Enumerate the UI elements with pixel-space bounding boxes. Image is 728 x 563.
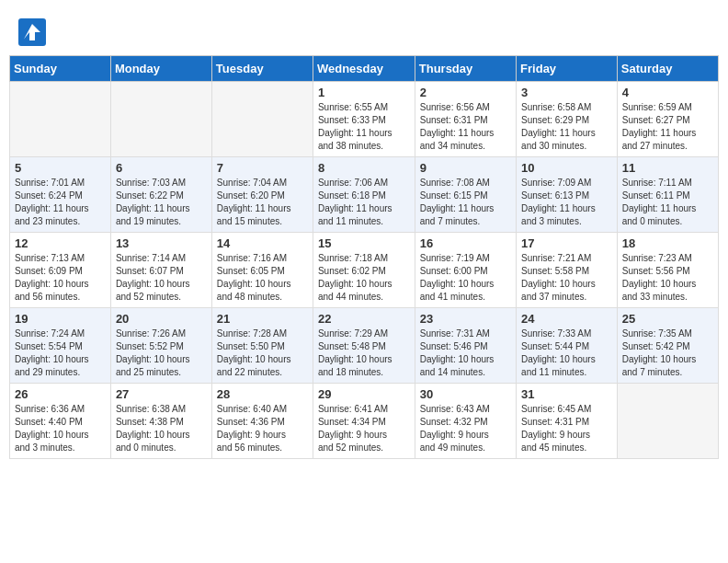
day-info: Sunrise: 6:45 AM Sunset: 4:31 PM Dayligh… [521, 403, 612, 454]
day-number: 25 [622, 312, 713, 326]
day-info: Sunrise: 7:16 AM Sunset: 6:05 PM Dayligh… [217, 252, 308, 304]
day-number: 13 [116, 236, 207, 250]
day-header: Tuesday [211, 56, 313, 82]
day-info: Sunrise: 6:58 AM Sunset: 6:29 PM Dayligh… [521, 101, 612, 153]
day-header: Saturday [617, 56, 718, 82]
week-row: 19Sunrise: 7:24 AM Sunset: 5:54 PM Dayli… [10, 308, 719, 384]
day-number: 5 [15, 161, 106, 175]
day-info: Sunrise: 7:23 AM Sunset: 5:56 PM Dayligh… [622, 252, 713, 304]
day-info: Sunrise: 7:19 AM Sunset: 6:00 PM Dayligh… [420, 252, 511, 304]
calendar-day: 3Sunrise: 6:58 AM Sunset: 6:29 PM Daylig… [517, 82, 618, 157]
day-number: 29 [318, 387, 410, 401]
day-info: Sunrise: 7:06 AM Sunset: 6:18 PM Dayligh… [318, 177, 410, 228]
day-number: 7 [217, 161, 308, 175]
calendar-day: 17Sunrise: 7:21 AM Sunset: 5:58 PM Dayli… [517, 233, 618, 308]
day-number: 1 [318, 86, 410, 99]
day-number: 23 [420, 312, 511, 326]
day-number: 10 [521, 161, 612, 175]
day-header: Sunday [10, 56, 111, 82]
calendar-day: 13Sunrise: 7:14 AM Sunset: 6:07 PM Dayli… [110, 233, 211, 308]
day-number: 26 [15, 387, 106, 401]
day-number: 12 [15, 236, 106, 250]
day-number: 28 [217, 387, 308, 401]
week-row: 26Sunrise: 6:36 AM Sunset: 4:40 PM Dayli… [10, 384, 719, 459]
day-info: Sunrise: 7:14 AM Sunset: 6:07 PM Dayligh… [116, 252, 207, 304]
day-number: 17 [521, 236, 612, 250]
day-number: 4 [622, 86, 713, 99]
day-number: 30 [420, 387, 511, 401]
week-row: 12Sunrise: 7:13 AM Sunset: 6:09 PM Dayli… [10, 233, 719, 308]
day-number: 6 [116, 161, 207, 175]
day-info: Sunrise: 7:13 AM Sunset: 6:09 PM Dayligh… [15, 252, 106, 304]
day-info: Sunrise: 7:28 AM Sunset: 5:50 PM Dayligh… [217, 327, 308, 379]
calendar-day: 15Sunrise: 7:18 AM Sunset: 6:02 PM Dayli… [313, 233, 415, 308]
empty-day [110, 82, 211, 157]
day-number: 14 [217, 236, 308, 250]
day-header: Friday [517, 56, 618, 82]
empty-day [10, 82, 111, 157]
day-number: 8 [318, 161, 410, 175]
calendar-day: 8Sunrise: 7:06 AM Sunset: 6:18 PM Daylig… [313, 157, 415, 233]
day-number: 27 [116, 387, 207, 401]
calendar-day: 26Sunrise: 6:36 AM Sunset: 4:40 PM Dayli… [10, 384, 111, 459]
calendar-day: 18Sunrise: 7:23 AM Sunset: 5:56 PM Dayli… [617, 233, 718, 308]
calendar-day: 10Sunrise: 7:09 AM Sunset: 6:13 PM Dayli… [517, 157, 618, 233]
day-number: 3 [521, 86, 612, 99]
empty-day [211, 82, 313, 157]
day-info: Sunrise: 6:36 AM Sunset: 4:40 PM Dayligh… [15, 403, 106, 454]
day-info: Sunrise: 6:43 AM Sunset: 4:32 PM Dayligh… [420, 403, 511, 454]
day-header: Wednesday [313, 56, 415, 82]
day-number: 20 [116, 312, 207, 326]
day-info: Sunrise: 6:40 AM Sunset: 4:36 PM Dayligh… [217, 403, 308, 454]
calendar-day: 24Sunrise: 7:33 AM Sunset: 5:44 PM Dayli… [517, 308, 618, 384]
day-info: Sunrise: 6:38 AM Sunset: 4:38 PM Dayligh… [116, 403, 207, 454]
day-info: Sunrise: 6:55 AM Sunset: 6:33 PM Dayligh… [318, 101, 410, 153]
day-number: 21 [217, 312, 308, 326]
day-number: 16 [420, 236, 511, 250]
day-number: 9 [420, 161, 511, 175]
day-info: Sunrise: 7:03 AM Sunset: 6:22 PM Dayligh… [116, 177, 207, 228]
day-number: 31 [521, 387, 612, 401]
day-info: Sunrise: 7:04 AM Sunset: 6:20 PM Dayligh… [217, 177, 308, 228]
day-info: Sunrise: 7:08 AM Sunset: 6:15 PM Dayligh… [420, 177, 511, 228]
day-info: Sunrise: 7:11 AM Sunset: 6:11 PM Dayligh… [622, 177, 713, 228]
day-header: Monday [110, 56, 211, 82]
calendar-day: 25Sunrise: 7:35 AM Sunset: 5:42 PM Dayli… [617, 308, 718, 384]
day-info: Sunrise: 7:18 AM Sunset: 6:02 PM Dayligh… [318, 252, 410, 304]
day-number: 11 [622, 161, 713, 175]
calendar-day: 1Sunrise: 6:55 AM Sunset: 6:33 PM Daylig… [313, 82, 415, 157]
day-number: 24 [521, 312, 612, 326]
calendar-day: 29Sunrise: 6:41 AM Sunset: 4:34 PM Dayli… [313, 384, 415, 459]
day-info: Sunrise: 7:24 AM Sunset: 5:54 PM Dayligh… [15, 327, 106, 379]
day-number: 15 [318, 236, 410, 250]
calendar-day: 19Sunrise: 7:24 AM Sunset: 5:54 PM Dayli… [10, 308, 111, 384]
day-info: Sunrise: 7:21 AM Sunset: 5:58 PM Dayligh… [521, 252, 612, 304]
calendar-day: 28Sunrise: 6:40 AM Sunset: 4:36 PM Dayli… [211, 384, 313, 459]
calendar-day: 16Sunrise: 7:19 AM Sunset: 6:00 PM Dayli… [415, 233, 516, 308]
calendar-day: 23Sunrise: 7:31 AM Sunset: 5:46 PM Dayli… [415, 308, 516, 384]
day-number: 22 [318, 312, 410, 326]
logo-icon [18, 18, 46, 46]
calendar-day: 21Sunrise: 7:28 AM Sunset: 5:50 PM Dayli… [211, 308, 313, 384]
calendar-day: 20Sunrise: 7:26 AM Sunset: 5:52 PM Dayli… [110, 308, 211, 384]
day-info: Sunrise: 7:33 AM Sunset: 5:44 PM Dayligh… [521, 327, 612, 379]
calendar-header-row: SundayMondayTuesdayWednesdayThursdayFrid… [10, 56, 719, 82]
day-info: Sunrise: 7:29 AM Sunset: 5:48 PM Dayligh… [318, 327, 410, 379]
calendar-day: 7Sunrise: 7:04 AM Sunset: 6:20 PM Daylig… [211, 157, 313, 233]
page-header [9, 9, 719, 51]
day-number: 2 [420, 86, 511, 99]
calendar-day: 2Sunrise: 6:56 AM Sunset: 6:31 PM Daylig… [415, 82, 516, 157]
logo [18, 18, 50, 46]
calendar: SundayMondayTuesdayWednesdayThursdayFrid… [9, 55, 719, 459]
calendar-day: 30Sunrise: 6:43 AM Sunset: 4:32 PM Dayli… [415, 384, 516, 459]
calendar-day: 4Sunrise: 6:59 AM Sunset: 6:27 PM Daylig… [617, 82, 718, 157]
day-number: 18 [622, 236, 713, 250]
day-info: Sunrise: 7:01 AM Sunset: 6:24 PM Dayligh… [15, 177, 106, 228]
calendar-day: 31Sunrise: 6:45 AM Sunset: 4:31 PM Dayli… [517, 384, 618, 459]
day-info: Sunrise: 6:59 AM Sunset: 6:27 PM Dayligh… [622, 101, 713, 153]
calendar-day: 27Sunrise: 6:38 AM Sunset: 4:38 PM Dayli… [110, 384, 211, 459]
empty-day [617, 384, 718, 459]
calendar-day: 6Sunrise: 7:03 AM Sunset: 6:22 PM Daylig… [110, 157, 211, 233]
day-info: Sunrise: 7:09 AM Sunset: 6:13 PM Dayligh… [521, 177, 612, 228]
week-row: 5Sunrise: 7:01 AM Sunset: 6:24 PM Daylig… [10, 157, 719, 233]
